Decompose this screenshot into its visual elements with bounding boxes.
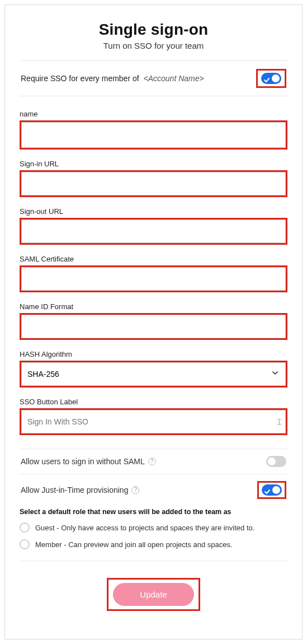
radio-icon	[20, 539, 30, 549]
saml-cert-label: SAML Certificate	[20, 255, 287, 263]
nameid-input[interactable]	[21, 315, 286, 338]
hash-algo-value: SHA-256	[21, 362, 286, 386]
allow-block: Allow users to sign in without SAML ? Al…	[20, 449, 287, 561]
require-sso-label-text: Require SSO for every member of	[21, 74, 139, 83]
toggle-knob	[268, 458, 276, 465]
allow-without-saml-toggle[interactable]	[266, 456, 286, 467]
page-title: Single sign-on	[20, 21, 287, 39]
signout-url-label: Sign-out URL	[20, 207, 287, 216]
jit-row: Allow Just-in-Time provisioning ?	[20, 474, 287, 505]
require-sso-label: Require SSO for every member of <Account…	[21, 74, 204, 83]
highlighted-toggle-wrap	[256, 69, 286, 88]
text-cursor-icon: ⌶	[277, 418, 281, 426]
jit-role-options: Guest - Only have access to projects and…	[20, 519, 287, 553]
account-name-placeholder: <Account Name>	[144, 74, 204, 83]
saml-cert-input[interactable]	[21, 267, 286, 291]
help-icon[interactable]: ?	[148, 458, 156, 465]
highlight-box: ⌶	[20, 408, 287, 435]
name-label: name	[20, 110, 287, 118]
allow-without-saml-row: Allow users to sign in without SAML ?	[20, 449, 287, 473]
jit-label: Allow Just-in-Time provisioning	[21, 486, 128, 494]
require-sso-toggle[interactable]	[261, 73, 281, 84]
check-icon	[265, 487, 270, 497]
highlight-box	[20, 120, 287, 150]
sso-button-label-heading: SSO Button Label	[20, 398, 287, 406]
highlight-box	[20, 170, 287, 197]
highlight-box: SHA-256	[20, 361, 287, 388]
name-input[interactable]	[21, 122, 286, 148]
update-button[interactable]: Update	[113, 583, 193, 606]
sso-button-label-input[interactable]	[21, 410, 286, 433]
button-row: Update	[20, 578, 287, 611]
page-subtitle: Turn on SSO for your team	[20, 41, 287, 50]
nameid-label: Name ID Format	[20, 302, 287, 311]
jit-desc: Select a default role that new users wil…	[20, 508, 287, 516]
toggle-knob	[272, 486, 280, 494]
highlight-box	[20, 218, 287, 245]
radio-icon	[20, 522, 30, 533]
divider	[20, 96, 287, 96]
sso-settings-panel: Single sign-on Turn on SSO for your team…	[4, 4, 303, 640]
signout-url-input[interactable]	[21, 220, 286, 243]
jit-toggle[interactable]	[262, 484, 282, 496]
highlight-box: Update	[107, 578, 200, 611]
divider	[20, 561, 287, 561]
hash-algo-label: HASH Algorithm	[20, 350, 287, 358]
signin-url-input[interactable]	[21, 172, 286, 195]
highlighted-toggle-wrap	[257, 481, 286, 499]
jit-role-member-row[interactable]: Member - Can preview and join all open p…	[20, 536, 287, 553]
allow-without-saml-label-wrap: Allow users to sign in without SAML ?	[21, 457, 156, 466]
jit-label-wrap: Allow Just-in-Time provisioning ?	[21, 486, 139, 494]
jit-role-guest-label: Guest - Only have access to projects and…	[35, 524, 254, 532]
require-sso-row: Require SSO for every member of <Account…	[20, 61, 287, 96]
check-icon	[264, 75, 270, 85]
highlight-box	[20, 313, 287, 340]
allow-without-saml-label: Allow users to sign in without SAML	[21, 457, 145, 466]
help-icon[interactable]: ?	[131, 486, 139, 494]
hash-algo-select[interactable]: SHA-256	[21, 362, 286, 386]
sso-button-row: ⌶	[21, 410, 286, 433]
toggle-knob	[272, 74, 280, 82]
signin-url-label: Sign-in URL	[20, 160, 287, 168]
jit-role-member-label: Member - Can preview and join all open p…	[35, 540, 233, 549]
highlight-box	[20, 265, 287, 292]
jit-role-guest-row[interactable]: Guest - Only have access to projects and…	[20, 519, 287, 536]
